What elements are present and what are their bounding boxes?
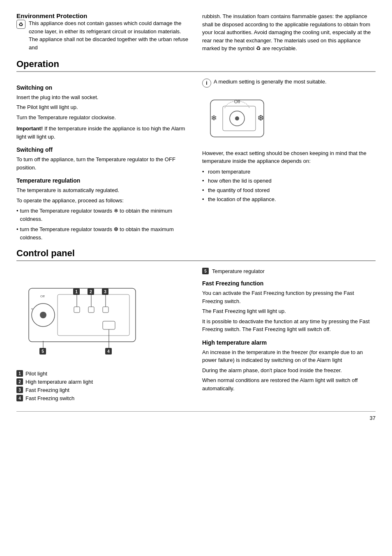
legend-text-3: Fast Freezing light [25, 387, 69, 393]
temp-bullets: turn the Temperature regulator towards ❄… [16, 207, 190, 241]
svg-point-10 [40, 312, 46, 318]
high-temp-alarm-section: High temperature alarm An increase in th… [202, 339, 376, 393]
svg-rect-8 [58, 294, 129, 336]
temp-reg-line1: The temperature is automatically regulat… [16, 186, 190, 195]
legend-num-3: 3 [16, 387, 23, 393]
env-icon-row: ♻ This appliance does not contain gasses… [16, 19, 190, 53]
important-label: Important! [16, 125, 43, 132]
high-temp-para3: When normal conditions are restored the … [202, 376, 376, 392]
legend-item-4: 4 Fast Freezing switch [16, 395, 190, 401]
control-left: Off * 1 [16, 268, 190, 403]
env-text-left: This appliance does not contain gasses w… [29, 19, 190, 51]
control-svg: Off * 1 [16, 268, 144, 362]
env-right: rubbish. The insulation foam contains fl… [202, 12, 376, 55]
operation-left: Switching on Insert the plug into the wa… [16, 79, 190, 244]
legend-text-2: High temperature alarm light [25, 379, 93, 385]
svg-rect-16 [103, 321, 115, 329]
operation-right: i A medium setting is generally the most… [202, 79, 376, 244]
control-right: 5 Temperature regulator Fast Freezing fu… [202, 268, 376, 403]
svg-text:❆: ❆ [258, 114, 264, 122]
legend-item-2: 2 High temperature alarm light [16, 378, 190, 385]
legend-num-1: 1 [16, 370, 23, 377]
switching-off-text: To turn off the appliance, turn the Temp… [16, 155, 190, 171]
temp-bullet-1-text: turn the Temperature regulator towards ❄… [20, 207, 190, 223]
control-panel-title: Control panel [16, 248, 376, 261]
temp-regulation: Temperature regulation The temperature i… [16, 177, 190, 241]
switch-on-line1: Insert the plug into the wall socket. [16, 93, 190, 102]
high-temp-title: High temperature alarm [202, 339, 376, 346]
control-panel-cols: Off * 1 [16, 268, 376, 403]
svg-point-3 [235, 116, 239, 120]
temp-reg-badge: 5 [202, 268, 209, 274]
env-text-right: rubbish. The insulation foam contains fl… [202, 12, 376, 53]
operation-cols: Switching on Insert the plug into the wa… [16, 79, 376, 244]
control-panel-section: Control panel Off * [16, 248, 376, 403]
fast-freeze-para2: The Fast Freezing light will light up. [202, 307, 376, 315]
operation-section: Operation Switching on Insert the plug i… [16, 59, 376, 244]
legend-text-4: Fast Freezing switch [25, 395, 74, 401]
switching-off: Switching off To turn off the appliance,… [16, 146, 190, 171]
depends-bullet-1: room temperature [202, 168, 376, 176]
control-diagram: Off * 1 [16, 268, 144, 364]
thermostat-diagram: Off ❄ ❆ [202, 92, 268, 145]
depends-bullet-2: how often the lid is opened [202, 177, 376, 185]
env-title: Environment Protection [16, 12, 190, 19]
depends-bullet-3: the quantity of food stored [202, 186, 376, 195]
env-left: Environment Protection ♻ This appliance … [16, 12, 190, 55]
svg-text:5: 5 [42, 349, 44, 354]
legend-num-4: 4 [16, 395, 23, 401]
svg-text:*: * [31, 308, 33, 312]
legend-item-1: 1 Pilot light [16, 370, 190, 377]
temp-bullet-2-text: turn the Temperature regulator towards ❆… [20, 225, 190, 241]
operation-title: Operation [16, 59, 376, 72]
temp-reg-row: 5 Temperature regulator [202, 268, 376, 274]
switching-off-title: Switching off [16, 146, 190, 153]
high-temp-para2: During the alarm phase, don't place food… [202, 366, 376, 375]
svg-rect-14 [88, 307, 94, 313]
svg-text:❄: ❄ [211, 114, 217, 122]
svg-text:Off: Off [234, 99, 240, 104]
control-legend: 1 Pilot light 2 High temperature alarm l… [16, 370, 190, 401]
info-row: i A medium setting is generally the most… [202, 79, 376, 88]
legend-num-2: 2 [16, 378, 23, 385]
high-temp-para1: An increase in the temperature in the fr… [202, 348, 376, 364]
fast-freeze-para3: It is possible to deactivate the functio… [202, 317, 376, 334]
temp-reg-line2: To operate the appliance, proceed as fol… [16, 197, 190, 205]
depends-bullets: room temperature how often the lid is op… [202, 168, 376, 204]
temp-reg-title: Temperature regulation [16, 177, 190, 184]
temp-reg-label: Temperature regulator [212, 268, 265, 274]
fast-freezing-section: Fast Freezing function You can activate … [202, 280, 376, 334]
temp-bullet-2: turn the Temperature regulator towards ❆… [16, 225, 190, 241]
legend-text-1: Pilot light [25, 371, 47, 377]
svg-rect-15 [103, 307, 108, 313]
switching-on-title: Switching on [16, 84, 190, 91]
svg-text:3: 3 [104, 290, 106, 294]
svg-rect-13 [74, 307, 80, 313]
depends-text: However, the exact setting should be cho… [202, 149, 376, 165]
switch-on-important: Important! If the temperature inside the… [16, 125, 190, 141]
svg-text:Off: Off [40, 294, 45, 298]
info-text: A medium setting is generally the most s… [214, 79, 327, 85]
page-number: 37 [16, 411, 376, 421]
svg-text:1: 1 [75, 290, 78, 294]
svg-text:2: 2 [90, 290, 92, 294]
switch-on-line3: Turn the Temperature regulator clockwise… [16, 114, 190, 122]
legend-item-3: 3 Fast Freezing light [16, 387, 190, 393]
svg-text:4: 4 [107, 349, 110, 354]
fast-freeze-para1: You can activate the Fast Freezing funct… [202, 289, 376, 305]
env-section: Environment Protection ♻ This appliance … [16, 12, 376, 55]
depends-bullet-4: the location of the appliance. [202, 195, 376, 204]
info-icon: i [202, 79, 211, 88]
switch-on-line2: The Pilot light will light up. [16, 103, 190, 111]
fast-freezing-title: Fast Freezing function [202, 280, 376, 287]
temp-bullet-1: turn the Temperature regulator towards ❄… [16, 207, 190, 223]
switching-on: Switching on Insert the plug into the wa… [16, 84, 190, 141]
thermostat-svg: Off ❄ ❆ [202, 92, 268, 145]
recycle-icon: ♻ [16, 20, 25, 29]
